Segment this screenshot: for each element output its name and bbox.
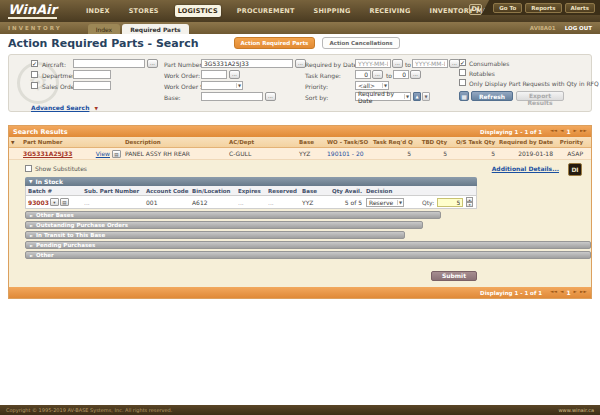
column-wo-task-so[interactable]: WO - Task/SO [325,139,371,145]
section-other-bases[interactable]: ►Other Bases [25,211,441,219]
column-part-number[interactable]: Part Number [21,139,123,145]
rfq-only-checkbox[interactable] [459,79,466,86]
current-page[interactable]: 1 [566,128,570,135]
sort-by-select[interactable]: Required by Date▼ [355,92,411,101]
additional-details-link[interactable]: Additional Details... [492,165,559,172]
in-stock-toggle[interactable]: ▼ In Stock [25,177,477,186]
submit-row: Submit [9,263,477,282]
sales-order-input[interactable] [73,81,111,90]
base-lookup-button[interactable]: ... [265,92,276,101]
sales-order-checkbox[interactable] [31,82,38,89]
qty-spinner: ▴ ▾ [466,197,473,207]
reports-button[interactable]: Reports [525,3,561,13]
nav-item-logistics[interactable]: LOGISTICS [175,5,221,17]
batch-link[interactable]: 93003 [28,199,49,206]
first-page-icon[interactable]: ◄◄ [550,129,557,134]
part-number-link[interactable]: 3G5331A25J33 [23,150,72,157]
decision-select[interactable]: Reserve▼ [366,198,404,207]
refresh-button[interactable]: Refresh [471,91,513,101]
section-in-transit[interactable]: ►In Transit to This Base [25,231,405,239]
work-order-lookup-button[interactable]: ... [229,70,240,79]
column-ac-dept[interactable]: AC/Dept [227,139,297,145]
di-badge-button[interactable]: DI [568,163,582,176]
column-os-task-qty[interactable]: O/S Task Qty [449,139,497,145]
date-to-input[interactable] [412,59,448,68]
date-from-input[interactable] [355,59,391,68]
task-range-from-lookup-button[interactable]: ... [372,70,383,79]
first-page-icon[interactable]: ◄◄ [550,290,557,295]
view-link[interactable]: View [96,150,110,157]
tab-required-parts[interactable]: Required Parts [122,24,188,34]
section-pending-purchases[interactable]: ►Pending Purchases [25,241,591,249]
qty-decrement-button[interactable]: ▾ [466,202,473,207]
submit-button[interactable]: Submit [431,271,477,281]
website-link[interactable]: www.winair.ca [559,407,595,413]
consumables-label: Consumables [469,60,509,67]
next-page-icon[interactable]: ► [574,129,577,134]
column-account-code: Account Code [144,188,190,194]
nav-item-stores[interactable]: STORES [126,5,162,17]
current-page[interactable]: 1 [566,289,570,296]
grid-icon-button[interactable]: ▦ [459,91,469,101]
nav-item-receiving[interactable]: RECEIVING [366,5,413,17]
chevron-right-icon: ► [30,223,33,228]
sort-descending-button[interactable]: ▼ [422,92,430,101]
logout-button[interactable]: LOG OUT [565,25,592,31]
column-description[interactable]: Description [123,139,227,145]
show-substitutes-checkbox[interactable] [25,165,32,172]
next-page-icon[interactable]: ► [574,290,577,295]
account-code-cell: 001 [144,199,190,206]
base-input[interactable] [201,92,263,101]
department-input[interactable] [73,70,111,79]
task-range-from-input[interactable] [355,70,371,79]
previous-page-icon[interactable]: ◄ [560,290,563,295]
sub-part-number-cell: ... [82,199,144,206]
alerts-button[interactable]: Alerts [565,3,596,13]
last-page-icon[interactable]: ►► [580,290,587,295]
task-reqd-qty-cell: 5 [371,150,413,157]
advanced-search-link[interactable]: Advanced Search ▼ [31,95,98,114]
batch-detail-button[interactable]: ▤ [60,198,69,206]
column-task-reqd-qty[interactable]: Task Req'd Qty [371,139,413,145]
export-results-button[interactable]: Export Results [516,91,564,101]
expand-all-icon[interactable]: ▼ [9,140,21,145]
work-order-status-select[interactable]: ▼ [201,81,243,90]
action-required-parts-button[interactable]: Action Required Parts [234,37,316,49]
qty-input[interactable] [437,198,463,207]
previous-page-icon[interactable]: ◄ [560,129,563,134]
date-from-lookup-button[interactable]: ... [392,59,403,68]
column-tbd-qty[interactable]: TBD Qty [413,139,449,145]
copyright-text: Copyright © 1995-2019 AV-BASE Systems, I… [6,407,172,413]
nav-item-index[interactable]: INDEX [83,5,113,17]
nav-item-shipping[interactable]: SHIPPING [311,5,354,17]
aircraft-input[interactable] [73,59,145,68]
part-number-input[interactable] [201,59,293,68]
action-cancellations-button[interactable]: Action Cancellations [322,37,399,49]
task-range-to-input[interactable] [393,70,409,79]
department-checkbox[interactable] [31,71,38,78]
go-to-button[interactable]: Go To [493,3,522,13]
section-other[interactable]: ►Other [25,251,591,259]
consumables-checkbox[interactable]: ✓ [459,59,466,66]
base-label: Base: [164,94,181,101]
aircraft-lookup-button[interactable]: ... [147,59,158,68]
wo-task-link[interactable]: 190101 - 20 [327,150,364,157]
nav-item-procurement[interactable]: PROCUREMENT [234,5,298,17]
part-image-button[interactable]: ▤ [112,150,121,158]
batch-dropdown-button[interactable]: ▾ [50,198,59,206]
document-imaging-icon[interactable]: DI [469,4,483,15]
work-order-input[interactable] [201,70,227,79]
column-priority[interactable]: Priority [555,139,585,145]
part-number-label: Part Number: [164,61,204,68]
sort-ascending-button[interactable]: ▲ [413,92,421,101]
task-range-to-lookup-button[interactable]: ... [410,70,421,79]
rotables-checkbox[interactable] [459,69,466,76]
section-outstanding-purchase-orders[interactable]: ►Outstanding Purchase Orders [25,221,423,229]
last-page-icon[interactable]: ►► [580,129,587,134]
column-required-by-date[interactable]: Required by Date [497,139,555,145]
section-label: In Transit to This Base [36,232,105,238]
column-base[interactable]: Base [297,139,325,145]
tab-index[interactable]: Index [88,24,121,34]
section-label: Outstanding Purchase Orders [36,222,128,228]
aircraft-checkbox[interactable]: ✓ [31,60,38,67]
